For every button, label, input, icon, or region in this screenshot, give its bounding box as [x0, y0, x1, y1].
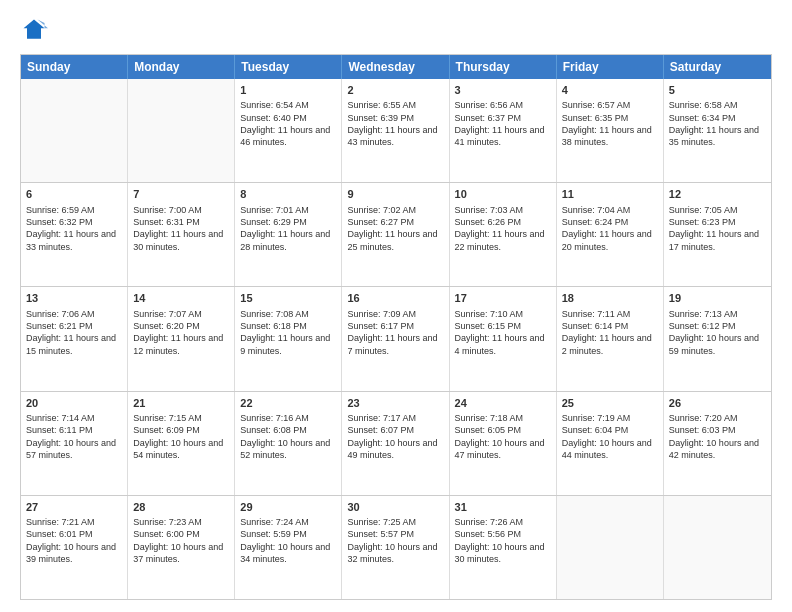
day-info: Sunrise: 6:57 AM Sunset: 6:35 PM Dayligh…: [562, 100, 655, 147]
day-info: Sunrise: 7:03 AM Sunset: 6:26 PM Dayligh…: [455, 205, 548, 252]
day-info: Sunrise: 6:54 AM Sunset: 6:40 PM Dayligh…: [240, 100, 333, 147]
calendar-cell: 21Sunrise: 7:15 AM Sunset: 6:09 PM Dayli…: [128, 392, 235, 495]
day-info: Sunrise: 6:58 AM Sunset: 6:34 PM Dayligh…: [669, 100, 762, 147]
calendar-cell: 8Sunrise: 7:01 AM Sunset: 6:29 PM Daylig…: [235, 183, 342, 286]
calendar-cell: 14Sunrise: 7:07 AM Sunset: 6:20 PM Dayli…: [128, 287, 235, 390]
day-info: Sunrise: 7:05 AM Sunset: 6:23 PM Dayligh…: [669, 205, 762, 252]
day-number: 18: [562, 291, 658, 305]
day-number: 1: [240, 83, 336, 97]
calendar-cell: [128, 79, 235, 182]
day-number: 16: [347, 291, 443, 305]
calendar-cell: 26Sunrise: 7:20 AM Sunset: 6:03 PM Dayli…: [664, 392, 771, 495]
day-number: 23: [347, 396, 443, 410]
calendar-cell: 3Sunrise: 6:56 AM Sunset: 6:37 PM Daylig…: [450, 79, 557, 182]
header-day-saturday: Saturday: [664, 55, 771, 79]
calendar: SundayMondayTuesdayWednesdayThursdayFrid…: [20, 54, 772, 600]
day-info: Sunrise: 7:25 AM Sunset: 5:57 PM Dayligh…: [347, 517, 440, 564]
day-number: 8: [240, 187, 336, 201]
day-number: 28: [133, 500, 229, 514]
calendar-cell: 2Sunrise: 6:55 AM Sunset: 6:39 PM Daylig…: [342, 79, 449, 182]
day-info: Sunrise: 7:26 AM Sunset: 5:56 PM Dayligh…: [455, 517, 548, 564]
day-number: 15: [240, 291, 336, 305]
calendar-cell: 24Sunrise: 7:18 AM Sunset: 6:05 PM Dayli…: [450, 392, 557, 495]
calendar-cell: 16Sunrise: 7:09 AM Sunset: 6:17 PM Dayli…: [342, 287, 449, 390]
logo: [20, 16, 52, 44]
day-info: Sunrise: 6:59 AM Sunset: 6:32 PM Dayligh…: [26, 205, 119, 252]
day-info: Sunrise: 7:10 AM Sunset: 6:15 PM Dayligh…: [455, 309, 548, 356]
header-day-sunday: Sunday: [21, 55, 128, 79]
header-day-friday: Friday: [557, 55, 664, 79]
logo-icon: [20, 16, 48, 44]
day-info: Sunrise: 7:16 AM Sunset: 6:08 PM Dayligh…: [240, 413, 333, 460]
calendar-cell: 15Sunrise: 7:08 AM Sunset: 6:18 PM Dayli…: [235, 287, 342, 390]
calendar-cell: 12Sunrise: 7:05 AM Sunset: 6:23 PM Dayli…: [664, 183, 771, 286]
day-number: 11: [562, 187, 658, 201]
day-number: 29: [240, 500, 336, 514]
calendar-cell: 28Sunrise: 7:23 AM Sunset: 6:00 PM Dayli…: [128, 496, 235, 599]
calendar-cell: 19Sunrise: 7:13 AM Sunset: 6:12 PM Dayli…: [664, 287, 771, 390]
calendar-cell: 17Sunrise: 7:10 AM Sunset: 6:15 PM Dayli…: [450, 287, 557, 390]
day-number: 4: [562, 83, 658, 97]
day-info: Sunrise: 7:21 AM Sunset: 6:01 PM Dayligh…: [26, 517, 119, 564]
header-day-thursday: Thursday: [450, 55, 557, 79]
calendar-cell: 6Sunrise: 6:59 AM Sunset: 6:32 PM Daylig…: [21, 183, 128, 286]
calendar-cell: 5Sunrise: 6:58 AM Sunset: 6:34 PM Daylig…: [664, 79, 771, 182]
day-info: Sunrise: 7:02 AM Sunset: 6:27 PM Dayligh…: [347, 205, 440, 252]
calendar-cell: [21, 79, 128, 182]
day-info: Sunrise: 7:19 AM Sunset: 6:04 PM Dayligh…: [562, 413, 655, 460]
day-info: Sunrise: 7:15 AM Sunset: 6:09 PM Dayligh…: [133, 413, 226, 460]
day-number: 31: [455, 500, 551, 514]
calendar-row-1: 6Sunrise: 6:59 AM Sunset: 6:32 PM Daylig…: [21, 182, 771, 286]
day-info: Sunrise: 6:56 AM Sunset: 6:37 PM Dayligh…: [455, 100, 548, 147]
calendar-cell: 11Sunrise: 7:04 AM Sunset: 6:24 PM Dayli…: [557, 183, 664, 286]
day-number: 13: [26, 291, 122, 305]
day-number: 24: [455, 396, 551, 410]
day-number: 20: [26, 396, 122, 410]
day-number: 22: [240, 396, 336, 410]
calendar-body: 1Sunrise: 6:54 AM Sunset: 6:40 PM Daylig…: [21, 79, 771, 599]
day-info: Sunrise: 7:20 AM Sunset: 6:03 PM Dayligh…: [669, 413, 762, 460]
day-number: 14: [133, 291, 229, 305]
day-number: 7: [133, 187, 229, 201]
day-info: Sunrise: 7:04 AM Sunset: 6:24 PM Dayligh…: [562, 205, 655, 252]
calendar-row-2: 13Sunrise: 7:06 AM Sunset: 6:21 PM Dayli…: [21, 286, 771, 390]
header-day-wednesday: Wednesday: [342, 55, 449, 79]
calendar-header: SundayMondayTuesdayWednesdayThursdayFrid…: [21, 55, 771, 79]
day-number: 10: [455, 187, 551, 201]
day-number: 12: [669, 187, 766, 201]
day-info: Sunrise: 7:09 AM Sunset: 6:17 PM Dayligh…: [347, 309, 440, 356]
day-number: 30: [347, 500, 443, 514]
calendar-cell: 25Sunrise: 7:19 AM Sunset: 6:04 PM Dayli…: [557, 392, 664, 495]
day-info: Sunrise: 7:06 AM Sunset: 6:21 PM Dayligh…: [26, 309, 119, 356]
calendar-row-4: 27Sunrise: 7:21 AM Sunset: 6:01 PM Dayli…: [21, 495, 771, 599]
day-number: 3: [455, 83, 551, 97]
calendar-cell: 10Sunrise: 7:03 AM Sunset: 6:26 PM Dayli…: [450, 183, 557, 286]
day-number: 21: [133, 396, 229, 410]
header-day-monday: Monday: [128, 55, 235, 79]
day-info: Sunrise: 7:23 AM Sunset: 6:00 PM Dayligh…: [133, 517, 226, 564]
day-info: Sunrise: 7:07 AM Sunset: 6:20 PM Dayligh…: [133, 309, 226, 356]
day-info: Sunrise: 7:17 AM Sunset: 6:07 PM Dayligh…: [347, 413, 440, 460]
day-number: 19: [669, 291, 766, 305]
day-info: Sunrise: 7:01 AM Sunset: 6:29 PM Dayligh…: [240, 205, 333, 252]
day-number: 25: [562, 396, 658, 410]
day-info: Sunrise: 7:08 AM Sunset: 6:18 PM Dayligh…: [240, 309, 333, 356]
calendar-cell: 22Sunrise: 7:16 AM Sunset: 6:08 PM Dayli…: [235, 392, 342, 495]
day-number: 26: [669, 396, 766, 410]
calendar-cell: 18Sunrise: 7:11 AM Sunset: 6:14 PM Dayli…: [557, 287, 664, 390]
calendar-cell: 1Sunrise: 6:54 AM Sunset: 6:40 PM Daylig…: [235, 79, 342, 182]
day-number: 5: [669, 83, 766, 97]
day-info: Sunrise: 7:14 AM Sunset: 6:11 PM Dayligh…: [26, 413, 119, 460]
day-number: 6: [26, 187, 122, 201]
calendar-cell: 20Sunrise: 7:14 AM Sunset: 6:11 PM Dayli…: [21, 392, 128, 495]
day-number: 27: [26, 500, 122, 514]
day-info: Sunrise: 7:24 AM Sunset: 5:59 PM Dayligh…: [240, 517, 333, 564]
calendar-cell: 23Sunrise: 7:17 AM Sunset: 6:07 PM Dayli…: [342, 392, 449, 495]
page: SundayMondayTuesdayWednesdayThursdayFrid…: [0, 0, 792, 612]
calendar-row-0: 1Sunrise: 6:54 AM Sunset: 6:40 PM Daylig…: [21, 79, 771, 182]
calendar-cell: 30Sunrise: 7:25 AM Sunset: 5:57 PM Dayli…: [342, 496, 449, 599]
day-info: Sunrise: 6:55 AM Sunset: 6:39 PM Dayligh…: [347, 100, 440, 147]
calendar-cell: 13Sunrise: 7:06 AM Sunset: 6:21 PM Dayli…: [21, 287, 128, 390]
day-info: Sunrise: 7:00 AM Sunset: 6:31 PM Dayligh…: [133, 205, 226, 252]
header: [20, 16, 772, 44]
